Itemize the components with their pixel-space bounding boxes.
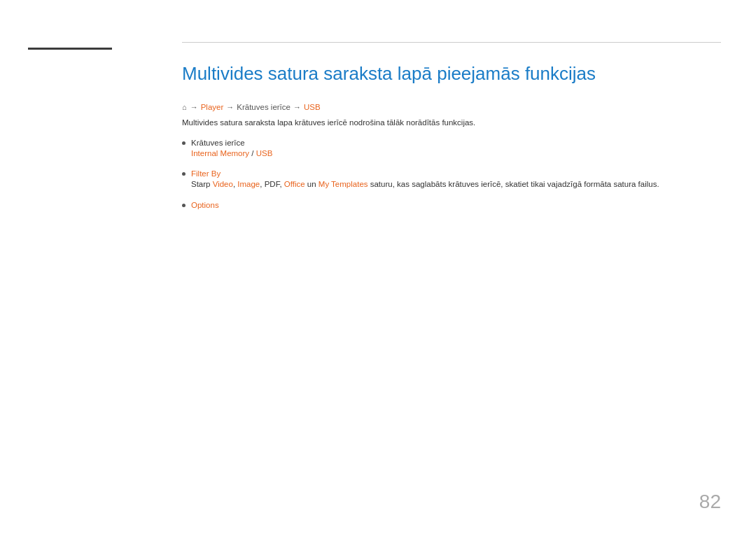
pdf-text: , PDF, (260, 180, 284, 188)
page-number: 82 (699, 491, 721, 513)
bullet-dot (182, 172, 186, 176)
bullet-sub-2: Starp Video, Image, PDF, Office un My Te… (191, 178, 659, 190)
breadcrumb: ⌂ → Player → Krātuves ierīce → USB (182, 103, 721, 111)
filter-desc-text: saturu, kas saglabāts krātuves ierīcē, s… (368, 180, 659, 188)
list-item: Options (182, 201, 721, 209)
main-content: Multivides satura saraksta lapā pieejamā… (161, 0, 756, 534)
office-link[interactable]: Office (284, 180, 305, 188)
bullet-content: Krātuves ierīce Internal Memory / USB (191, 139, 272, 160)
top-rule (182, 42, 721, 43)
breadcrumb-player-link[interactable]: Player (201, 103, 224, 111)
bullet-title-1: Krātuves ierīce (191, 139, 272, 147)
video-link[interactable]: Video (213, 180, 233, 188)
options-link[interactable]: Options (191, 201, 219, 209)
un-text: un (305, 180, 318, 188)
page-container: Multivides satura saraksta lapā pieejamā… (0, 0, 756, 534)
intro-text: Multivides satura saraksta lapa krātuves… (182, 117, 721, 129)
breadcrumb-arrow-2: → (226, 103, 234, 111)
list-item: Filter By Starp Video, Image, PDF, Offic… (182, 169, 721, 190)
breadcrumb-arrow-3: → (293, 103, 301, 111)
my-templates-link[interactable]: My Templates (318, 180, 368, 188)
breadcrumb-kratuves-text: Krātuves ierīce (237, 103, 290, 111)
bullet-dot (182, 141, 186, 145)
home-icon: ⌂ (182, 103, 187, 111)
starp-text: Starp (191, 180, 213, 188)
bullet-dot (182, 204, 186, 207)
sidebar-accent-bar (28, 48, 112, 50)
list-item: Krātuves ierīce Internal Memory / USB (182, 139, 721, 160)
bullet-content: Filter By Starp Video, Image, PDF, Offic… (191, 169, 659, 190)
left-sidebar (0, 0, 161, 534)
usb-link[interactable]: USB (256, 149, 273, 157)
separator-1: / (249, 149, 256, 157)
bullet-content: Options (191, 201, 219, 209)
bullet-list: Krātuves ierīce Internal Memory / USB Fi… (182, 139, 721, 209)
image-link[interactable]: Image (237, 180, 260, 188)
breadcrumb-arrow-1: → (190, 103, 198, 111)
breadcrumb-usb-link[interactable]: USB (304, 103, 321, 111)
internal-memory-link[interactable]: Internal Memory (191, 149, 249, 157)
page-title: Multivides satura saraksta lapā pieejamā… (182, 62, 721, 86)
bullet-sub-1: Internal Memory / USB (191, 148, 272, 160)
filter-by-link[interactable]: Filter By (191, 169, 659, 178)
